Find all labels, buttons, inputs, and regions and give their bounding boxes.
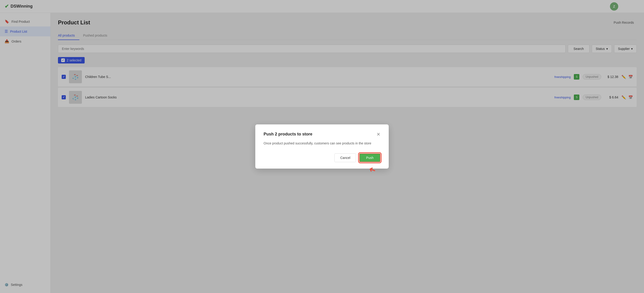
modal-title: Push 2 products to store (264, 132, 312, 136)
cancel-button[interactable]: Cancel (334, 154, 356, 162)
push-button[interactable]: Push (359, 154, 380, 162)
modal-header: Push 2 products to store ✕ (264, 132, 380, 136)
modal-footer: Cancel Push ➜ (264, 154, 380, 162)
modal-body: Once product pushed successfully, custom… (264, 141, 380, 146)
modal-overlay[interactable]: Push 2 products to store ✕ Once product … (0, 0, 644, 293)
red-arrow-annotation: ➜ (368, 164, 378, 176)
modal-close-button[interactable]: ✕ (376, 132, 380, 136)
push-modal: Push 2 products to store ✕ Once product … (255, 124, 389, 168)
